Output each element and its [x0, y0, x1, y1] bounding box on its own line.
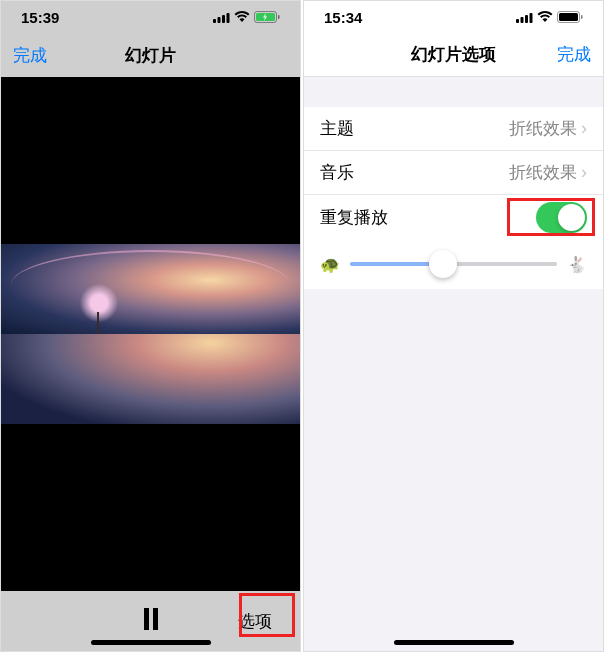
- svg-rect-0: [213, 19, 216, 23]
- svg-rect-15: [559, 13, 578, 21]
- nav-bar: 完成 幻灯片: [1, 33, 300, 77]
- svg-rect-5: [278, 15, 280, 19]
- speed-slider[interactable]: [350, 262, 557, 266]
- svg-rect-3: [227, 13, 230, 23]
- chevron-right-icon: ›: [581, 162, 587, 183]
- home-indicator[interactable]: [394, 640, 514, 645]
- speed-slider-row: 🐢 🐇: [304, 239, 603, 289]
- nav-bar: 幻灯片选项 完成: [304, 33, 603, 77]
- status-time: 15:34: [324, 9, 362, 26]
- svg-rect-2: [222, 15, 225, 23]
- svg-rect-1: [218, 17, 221, 23]
- row-label: 主题: [320, 117, 509, 140]
- svg-rect-8: [153, 608, 158, 630]
- svg-rect-9: [516, 19, 519, 23]
- repeat-toggle[interactable]: [536, 202, 587, 233]
- theme-row[interactable]: 主题 折纸效果 ›: [304, 107, 603, 151]
- svg-rect-7: [144, 608, 149, 630]
- status-icons: [213, 11, 280, 23]
- slide-image: [1, 244, 300, 424]
- rabbit-icon: 🐇: [567, 255, 587, 274]
- slideshow-viewport: [1, 77, 300, 591]
- options-button[interactable]: 选项: [222, 602, 288, 641]
- status-time: 15:39: [21, 9, 59, 26]
- svg-rect-10: [521, 17, 524, 23]
- settings-list: 主题 折纸效果 › 音乐 折纸效果 › 重复播放: [304, 107, 603, 239]
- signal-icon: [213, 12, 230, 23]
- pause-button[interactable]: [142, 606, 160, 637]
- music-row[interactable]: 音乐 折纸效果 ›: [304, 151, 603, 195]
- battery-icon: [557, 11, 583, 23]
- status-bar: 15:34: [304, 1, 603, 33]
- signal-icon: [516, 12, 533, 23]
- svg-rect-11: [525, 15, 528, 23]
- battery-charging-icon: [254, 11, 280, 23]
- pause-icon: [142, 608, 160, 630]
- slider-thumb[interactable]: [429, 250, 457, 278]
- done-button[interactable]: 完成: [557, 43, 591, 66]
- turtle-icon: 🐢: [320, 255, 340, 274]
- slideshow-player-screen: 15:39 完成 幻灯片 选项: [0, 0, 301, 652]
- toggle-knob: [558, 204, 585, 231]
- wifi-icon: [234, 11, 250, 23]
- repeat-row: 重复播放: [304, 195, 603, 239]
- wifi-icon: [537, 11, 553, 23]
- page-title: 幻灯片选项: [411, 43, 496, 66]
- svg-rect-14: [581, 15, 583, 19]
- chevron-right-icon: ›: [581, 118, 587, 139]
- done-button[interactable]: 完成: [13, 44, 47, 67]
- svg-rect-12: [530, 13, 533, 23]
- row-label: 重复播放: [320, 206, 536, 229]
- slideshow-options-screen: 15:34 幻灯片选项 完成 主题 折纸效果 › 音乐 折纸效果 › 重复播放: [303, 0, 604, 652]
- home-indicator[interactable]: [91, 640, 211, 645]
- status-icons: [516, 11, 583, 23]
- status-bar: 15:39: [1, 1, 300, 33]
- row-label: 音乐: [320, 161, 509, 184]
- page-title: 幻灯片: [125, 44, 176, 67]
- row-value: 折纸效果: [509, 161, 577, 184]
- row-value: 折纸效果: [509, 117, 577, 140]
